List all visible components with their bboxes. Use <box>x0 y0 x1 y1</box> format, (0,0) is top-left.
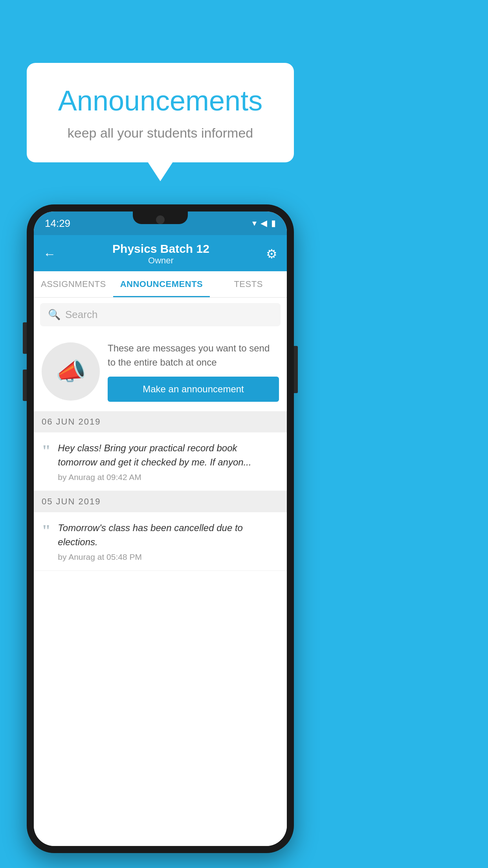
battery-icon: ▮ <box>271 218 276 228</box>
phone-camera <box>156 215 165 224</box>
phone-side-button-left <box>23 322 27 354</box>
app-header: ← Physics Batch 12 Owner ⚙ <box>34 235 287 271</box>
tabs-bar: ASSIGNMENTS ANNOUNCEMENTS TESTS <box>34 271 287 298</box>
announcement-promo: 📣 These are messages you want to send to… <box>34 332 287 411</box>
bubble-subtitle: keep all your students informed <box>50 125 270 141</box>
tab-assignments[interactable]: ASSIGNMENTS <box>34 271 113 297</box>
quote-icon: " <box>42 443 51 459</box>
signal-icon: ◀ <box>261 218 267 228</box>
status-time: 14:29 <box>45 217 70 230</box>
bubble-title: Announcements <box>50 85 270 117</box>
wifi-icon: ▾ <box>252 218 257 228</box>
announcement-meta-1: by Anurag at 09:42 AM <box>58 473 279 482</box>
screen-content: 🔍 Search 📣 These are messages you want t… <box>34 298 287 846</box>
announcement-content-2: Tomorrow's class has been cancelled due … <box>58 521 279 562</box>
phone-side-button-left2 <box>23 370 27 401</box>
search-icon: 🔍 <box>48 309 61 321</box>
announcement-meta-2: by Anurag at 05:48 PM <box>58 552 279 562</box>
phone-screen: 14:29 ▾ ◀ ▮ ← Physics Batch 12 Owner ⚙ A… <box>34 211 287 846</box>
tab-announcements[interactable]: ANNOUNCEMENTS <box>113 271 210 297</box>
tab-tests[interactable]: TESTS <box>210 271 287 297</box>
announcement-item-2[interactable]: " Tomorrow's class has been cancelled du… <box>34 512 287 571</box>
search-bar[interactable]: 🔍 Search <box>40 303 281 326</box>
announcement-text-1: Hey class! Bring your practical record b… <box>58 441 279 469</box>
announcement-content-1: Hey class! Bring your practical record b… <box>58 441 279 482</box>
promo-text: These are messages you want to send to t… <box>108 341 279 370</box>
announcement-text-2: Tomorrow's class has been cancelled due … <box>58 521 279 549</box>
search-placeholder: Search <box>65 309 97 321</box>
phone-frame: 14:29 ▾ ◀ ▮ ← Physics Batch 12 Owner ⚙ A… <box>27 204 294 853</box>
announcement-item-1[interactable]: " Hey class! Bring your practical record… <box>34 432 287 491</box>
speech-bubble: Announcements keep all your students inf… <box>27 63 294 162</box>
megaphone-icon: 📣 <box>56 357 86 386</box>
gear-icon[interactable]: ⚙ <box>266 246 277 261</box>
header-title: Physics Batch 12 <box>112 242 209 256</box>
quote-icon-2: " <box>42 522 51 539</box>
promo-icon-circle: 📣 <box>42 342 100 401</box>
back-button[interactable]: ← <box>43 247 56 261</box>
make-announcement-button[interactable]: Make an announcement <box>108 377 279 402</box>
phone-side-button-right <box>294 346 298 393</box>
header-center: Physics Batch 12 Owner <box>112 242 209 266</box>
status-icons: ▾ ◀ ▮ <box>252 218 276 228</box>
search-container: 🔍 Search <box>34 298 287 332</box>
speech-bubble-container: Announcements keep all your students inf… <box>27 63 294 162</box>
promo-right: These are messages you want to send to t… <box>108 341 279 402</box>
header-subtitle: Owner <box>112 256 209 266</box>
date-separator-2: 05 JUN 2019 <box>34 491 287 512</box>
date-separator-1: 06 JUN 2019 <box>34 411 287 432</box>
